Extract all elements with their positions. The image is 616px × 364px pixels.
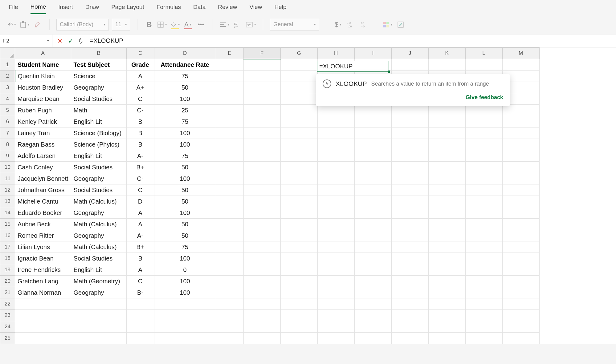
tab-pagelayout[interactable]: Page Layout [111,4,144,14]
cell-F4[interactable] [243,93,280,105]
row-header-20[interactable]: 20 [0,276,15,287]
cell-B1[interactable]: Test Subject [71,59,126,71]
cell-E16[interactable] [216,230,243,241]
cell-G3[interactable] [280,82,317,93]
cell-H6[interactable] [317,116,354,127]
cell-F24[interactable] [243,321,280,333]
cell-A16[interactable]: Romeo Ritter [15,230,71,241]
cell-E2[interactable] [216,71,243,82]
cell-L8[interactable] [465,139,502,150]
cell-L25[interactable] [465,333,502,344]
cell-J17[interactable] [391,241,428,253]
cell-K17[interactable] [428,241,465,253]
conditional-formatting-button[interactable] [383,19,393,30]
cell-I5[interactable] [354,105,391,116]
cell-G21[interactable] [280,287,317,298]
cell-J16[interactable] [391,230,428,241]
cell-L9[interactable] [465,150,502,162]
format-painter-button[interactable] [33,19,43,30]
cell-F11[interactable] [243,173,280,184]
borders-button[interactable] [157,19,167,30]
cell-L19[interactable] [465,264,502,276]
cell-I6[interactable] [354,116,391,127]
cell-L17[interactable] [465,241,502,253]
cell-H14[interactable] [317,207,354,219]
cell-G7[interactable] [280,127,317,139]
cell-H25[interactable] [317,333,354,344]
cell-A20[interactable]: Gretchen Lang [15,276,71,287]
cell-I14[interactable] [354,207,391,219]
row-header-6[interactable]: 6 [0,116,15,127]
cell-C5[interactable]: C- [126,105,154,116]
cell-D15[interactable]: 50 [154,219,216,230]
cell-I21[interactable] [354,287,391,298]
cell-L20[interactable] [465,276,502,287]
cell-D6[interactable]: 75 [154,116,216,127]
row-header-10[interactable]: 10 [0,162,15,173]
row-header-12[interactable]: 12 [0,184,15,196]
cell-C17[interactable]: B+ [126,241,154,253]
cell-B9[interactable]: English Lit [71,150,126,162]
cell-I8[interactable] [354,139,391,150]
select-all-corner[interactable] [0,48,15,59]
cell-F8[interactable] [243,139,280,150]
cell-D11[interactable]: 100 [154,173,216,184]
cell-A12[interactable]: Johnathan Gross [15,184,71,196]
cell-M24[interactable] [502,321,539,333]
cell-I19[interactable] [354,264,391,276]
cell-C2[interactable]: A [126,71,154,82]
cell-M16[interactable] [502,230,539,241]
cell-F19[interactable] [243,264,280,276]
cell-M11[interactable] [502,173,539,184]
cell-H24[interactable] [317,321,354,333]
cell-C7[interactable]: B [126,127,154,139]
cell-H15[interactable] [317,219,354,230]
cell-F17[interactable] [243,241,280,253]
cell-A10[interactable]: Cash Conley [15,162,71,173]
font-size-select[interactable]: 11▾ [112,19,130,30]
cell-D25[interactable] [154,333,216,344]
cell-L21[interactable] [465,287,502,298]
col-header-L[interactable]: L [465,48,502,59]
tab-view[interactable]: View [250,4,262,14]
cell-E10[interactable] [216,162,243,173]
cell-C13[interactable]: D [126,196,154,207]
cell-G22[interactable] [280,298,317,310]
cell-L1[interactable] [465,59,502,71]
cell-D17[interactable]: 75 [154,241,216,253]
cell-M21[interactable] [502,287,539,298]
cell-J25[interactable] [391,333,428,344]
cell-A1[interactable]: Student Name [15,59,71,71]
row-header-3[interactable]: 3 [0,82,15,93]
cell-L10[interactable] [465,162,502,173]
cell-D2[interactable]: 75 [154,71,216,82]
currency-button[interactable]: $ [333,19,343,30]
cell-B20[interactable]: Math (Geometry) [71,276,126,287]
row-header-16[interactable]: 16 [0,230,15,241]
cell-A3[interactable]: Houston Bradley [15,82,71,93]
cell-B5[interactable]: Math [71,105,126,116]
cell-L18[interactable] [465,253,502,264]
cell-A14[interactable]: Eduardo Booker [15,207,71,219]
cell-B6[interactable]: English Lit [71,116,126,127]
undo-button[interactable]: ↶ [7,19,17,30]
cell-G13[interactable] [280,196,317,207]
cell-I20[interactable] [354,276,391,287]
row-header-2[interactable]: 2 [0,71,15,82]
cell-I7[interactable] [354,127,391,139]
cell-D10[interactable]: 50 [154,162,216,173]
cell-E9[interactable] [216,150,243,162]
col-header-B[interactable]: B [71,48,126,59]
cell-C24[interactable] [126,321,154,333]
cell-D7[interactable]: 100 [154,127,216,139]
cell-M25[interactable] [502,333,539,344]
cell-F18[interactable] [243,253,280,264]
cell-I12[interactable] [354,184,391,196]
row-header-11[interactable]: 11 [0,173,15,184]
cell-G1[interactable] [280,59,317,71]
cell-F3[interactable] [243,82,280,93]
cell-K12[interactable] [428,184,465,196]
cell-F6[interactable] [243,116,280,127]
cell-A23[interactable] [15,310,71,321]
cell-G19[interactable] [280,264,317,276]
